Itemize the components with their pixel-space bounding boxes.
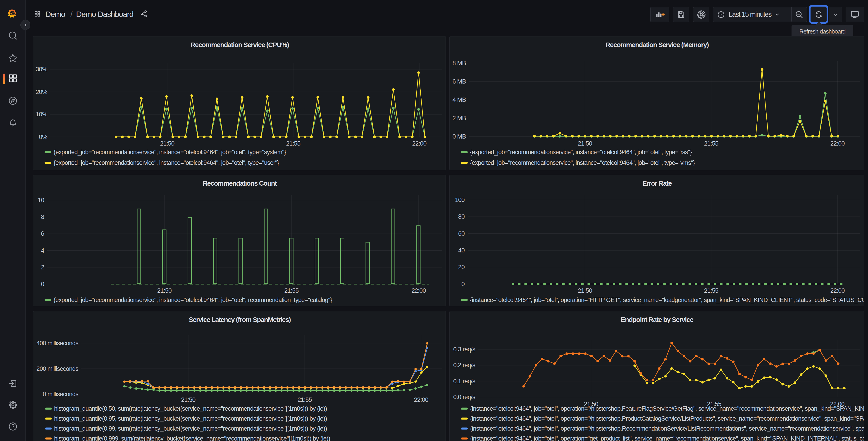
- svg-text:80: 80: [458, 213, 465, 220]
- svg-text:40: 40: [458, 247, 465, 254]
- svg-text:2: 2: [41, 264, 44, 271]
- svg-text:0 milliseconds: 0 milliseconds: [43, 391, 78, 398]
- svg-text:22:00: 22:00: [830, 287, 844, 294]
- svg-text:histogram_quantile(0.999, sum(: histogram_quantile(0.999, sum(rate(laten…: [54, 435, 330, 441]
- svg-text:Recommendation Service (Memory: Recommendation Service (Memory): [606, 41, 709, 49]
- svg-text:21:50: 21:50: [157, 287, 172, 294]
- svg-text:histogram_quantile(0.50, sum(r: histogram_quantile(0.50, sum(rate(latenc…: [54, 405, 327, 412]
- svg-text:0.1 req/s: 0.1 req/s: [453, 378, 475, 385]
- svg-text:21:50: 21:50: [160, 140, 174, 147]
- svg-text:10%: 10%: [36, 111, 48, 118]
- svg-text:6: 6: [41, 230, 44, 237]
- svg-text:6 MB: 6 MB: [453, 78, 466, 85]
- svg-text:{exported_job="recommendations: {exported_job="recommendationservice", i…: [54, 149, 286, 155]
- svg-text:{instance="otelcol:9464", job=: {instance="otelcol:9464", job="otel", op…: [470, 425, 864, 432]
- svg-text:21:55: 21:55: [284, 287, 299, 294]
- svg-text:0.0 req/s: 0.0 req/s: [453, 394, 475, 401]
- svg-text:21:55: 21:55: [298, 396, 312, 403]
- svg-text:60: 60: [458, 230, 465, 237]
- svg-text:{instance="otelcol:9464", job=: {instance="otelcol:9464", job="otel", op…: [470, 297, 864, 303]
- svg-text:{instance="otelcol:9464", job=: {instance="otelcol:9464", job="otel", op…: [470, 435, 864, 441]
- svg-text:Recommendation Service (CPU%): Recommendation Service (CPU%): [190, 41, 289, 49]
- svg-text:21:50: 21:50: [578, 140, 592, 147]
- svg-text:21:55: 21:55: [704, 140, 718, 147]
- svg-text:{instance="otelcol:9464", job=: {instance="otelcol:9464", job="otel", op…: [470, 405, 864, 412]
- svg-text:{exported_job="recommendations: {exported_job="recommendationservice", i…: [470, 159, 695, 166]
- svg-text:22:00: 22:00: [411, 287, 426, 294]
- svg-text:{exported_job="recommendations: {exported_job="recommendationservice", i…: [54, 297, 332, 303]
- svg-text:100: 100: [455, 197, 465, 203]
- svg-text:histogram_quantile(0.99, sum(r: histogram_quantile(0.99, sum(rate(latenc…: [54, 425, 327, 432]
- svg-text:21:50: 21:50: [181, 396, 195, 403]
- svg-text:21:55: 21:55: [286, 140, 300, 147]
- svg-text:21:55: 21:55: [704, 287, 718, 294]
- svg-text:histogram_quantile(0.95, sum(r: histogram_quantile(0.95, sum(rate(latenc…: [54, 415, 327, 422]
- svg-text:0 MB: 0 MB: [453, 133, 466, 140]
- svg-text:22:00: 22:00: [414, 396, 428, 403]
- svg-text:Error Rate: Error Rate: [642, 179, 672, 187]
- svg-text:{instance="otelcol:9464", job=: {instance="otelcol:9464", job="otel", op…: [470, 415, 864, 422]
- svg-text:22:00: 22:00: [412, 140, 426, 147]
- svg-text:10: 10: [38, 197, 44, 204]
- svg-text:0: 0: [41, 281, 44, 288]
- svg-text:30%: 30%: [36, 66, 48, 73]
- svg-text:0: 0: [461, 281, 465, 288]
- svg-text:8 MB: 8 MB: [453, 60, 466, 66]
- svg-text:Recommendations Count: Recommendations Count: [203, 179, 277, 187]
- svg-text:Endpoint Rate by Service: Endpoint Rate by Service: [621, 316, 693, 323]
- svg-text:0.3 req/s: 0.3 req/s: [453, 346, 475, 353]
- svg-text:8: 8: [41, 213, 44, 220]
- svg-text:{exported_job="recommendations: {exported_job="recommendationservice", i…: [470, 149, 692, 155]
- svg-text:0%: 0%: [39, 134, 48, 140]
- svg-text:0.2 req/s: 0.2 req/s: [453, 362, 475, 369]
- svg-text:Service Latency (from SpanMetr: Service Latency (from SpanMetrics): [189, 316, 291, 323]
- svg-text:21:50: 21:50: [578, 287, 592, 294]
- svg-text:20: 20: [458, 264, 465, 270]
- svg-text:2 MB: 2 MB: [453, 115, 466, 122]
- svg-text:4 MB: 4 MB: [453, 96, 466, 103]
- svg-text:22:00: 22:00: [830, 140, 844, 147]
- svg-text:200 milliseconds: 200 milliseconds: [36, 365, 79, 372]
- svg-text:{exported_job="recommendations: {exported_job="recommendationservice", i…: [54, 159, 279, 166]
- svg-text:20%: 20%: [36, 89, 48, 95]
- svg-text:4: 4: [41, 247, 44, 254]
- svg-text:400 milliseconds: 400 milliseconds: [36, 340, 79, 347]
